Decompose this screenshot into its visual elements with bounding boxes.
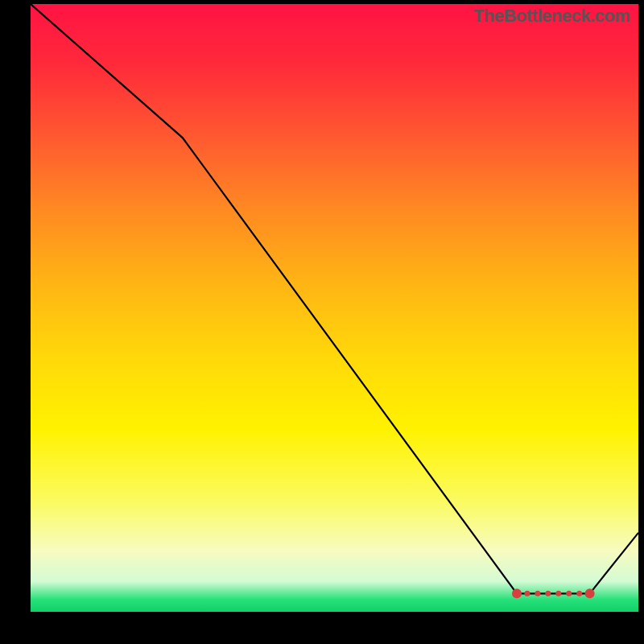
marker-dot bbox=[512, 588, 522, 598]
marker-dot bbox=[545, 591, 551, 597]
marker-dot bbox=[524, 591, 530, 597]
marker-dot bbox=[576, 591, 582, 597]
chart-svg bbox=[31, 4, 638, 612]
marker-dot bbox=[585, 588, 595, 598]
marker-dot bbox=[535, 591, 540, 597]
marker-dot bbox=[566, 591, 572, 597]
chart-line-group bbox=[31, 4, 638, 593]
chart-frame: TheBottleneck.com bbox=[31, 4, 638, 612]
marker-dot bbox=[555, 591, 561, 597]
curve-line bbox=[31, 4, 638, 593]
